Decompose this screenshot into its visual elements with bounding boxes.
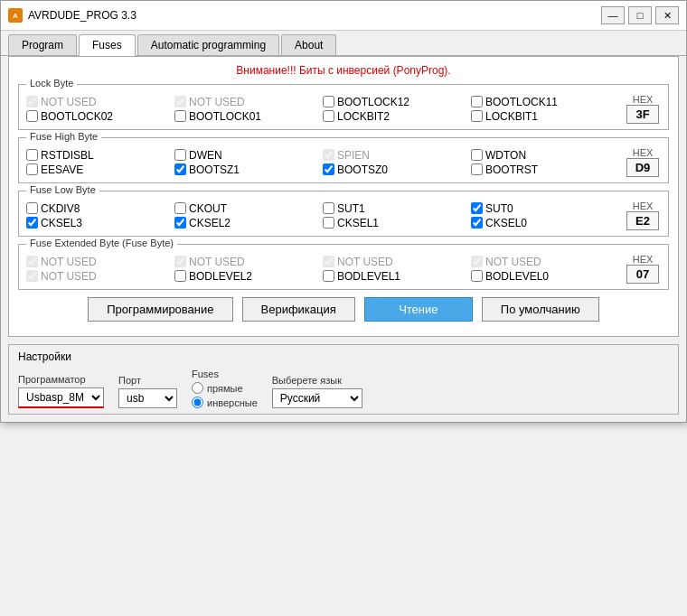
fuse-ext-hex: HEX 07: [625, 254, 661, 284]
cb-bootlock02[interactable]: BOOTLOCK02: [26, 110, 171, 123]
default-button[interactable]: По умолчанию: [482, 297, 599, 322]
fuse-high-hex-value: D9: [626, 158, 659, 177]
port-select[interactable]: usbCOM1COM2COM3: [118, 388, 177, 408]
cb-sut0[interactable]: SUT0: [471, 202, 616, 215]
programmer-group: Программатор Usbasp_8MUsbaspUSBtinyISP: [18, 374, 104, 408]
programmer-label: Программатор: [18, 374, 104, 385]
window-title: AVRDUDE_PROG 3.3: [28, 9, 601, 22]
cb-lockbit1[interactable]: LOCKBIT1: [471, 110, 616, 123]
cb-ext-notused1[interactable]: NOT USED: [26, 256, 171, 268]
port-label: Порт: [118, 375, 177, 386]
cb-bootrst[interactable]: BOOTRST: [471, 163, 616, 176]
tab-fuses[interactable]: Fuses: [79, 34, 136, 56]
warning-text: Внимание!!! Биты с инверсией (PonyProg).: [18, 64, 669, 77]
fuses-direct-label: прямые: [207, 383, 243, 394]
window-controls: — □ ✕: [601, 6, 679, 24]
tab-auto[interactable]: Automatic programming: [137, 34, 279, 55]
fuse-low-inner: CKDIV8 CKOUT SUT1 SUT0 CKSEL3 CKSEL2 CKS…: [26, 201, 661, 230]
cb-bodlevel0[interactable]: BODLEVEL0: [471, 270, 616, 283]
fuse-low-byte-group: Fuse Low Byte CKDIV8 CKOUT SUT1 SUT0 CKS…: [18, 191, 669, 237]
fuse-high-inner: RSTDISBL DWEN SPIEN WDTON EESAVE BOOTSZ1…: [26, 147, 661, 177]
fuses-label: Fuses: [192, 369, 258, 379]
language-label: Выберете язык: [272, 375, 362, 386]
cb-dwen[interactable]: DWEN: [174, 149, 319, 162]
cb-wdton[interactable]: WDTON: [471, 149, 616, 162]
title-bar: A AVRDUDE_PROG 3.3 — □ ✕: [1, 1, 686, 31]
cb-bodlevel2[interactable]: BODLEVEL2: [174, 270, 319, 283]
program-button[interactable]: Программирование: [88, 297, 232, 322]
cb-bootsz1[interactable]: BOOTSZ1: [174, 163, 319, 176]
settings-title: Настройки: [18, 350, 669, 363]
fuse-high-byte-group: Fuse High Byte RSTDISBL DWEN SPIEN WDTON…: [18, 137, 669, 183]
tab-program[interactable]: Program: [8, 34, 77, 55]
cb-notused1[interactable]: NOT USED: [26, 96, 171, 108]
main-window: A AVRDUDE_PROG 3.3 — □ ✕ Program Fuses A…: [0, 0, 687, 423]
language-group: Выберете язык РусскийEnglish: [272, 375, 362, 408]
programmer-select[interactable]: Usbasp_8MUsbaspUSBtinyISP: [18, 387, 104, 408]
fuse-extended-byte-group: Fuse Extended Byte (Fuse Byte) NOT USED …: [18, 244, 669, 290]
close-button[interactable]: ✕: [655, 6, 679, 24]
cb-ckout[interactable]: CKOUT: [174, 202, 319, 215]
fuse-low-hex: HEX E2: [625, 201, 661, 230]
settings-section: Настройки Программатор Usbasp_8MUsbaspUS…: [8, 344, 679, 415]
cb-cksel2[interactable]: CKSEL2: [174, 217, 319, 229]
cb-cksel3[interactable]: CKSEL3: [26, 217, 171, 229]
tab-about[interactable]: About: [281, 34, 336, 55]
cb-bootlock01[interactable]: BOOTLOCK01: [174, 110, 319, 123]
cb-bodlevel1[interactable]: BODLEVEL1: [323, 270, 467, 283]
lock-byte-title: Lock Byte: [26, 78, 77, 89]
cb-ext-notused5[interactable]: NOT USED: [26, 270, 171, 283]
tab-content: Внимание!!! Биты с инверсией (PonyProg).…: [8, 56, 679, 337]
cb-bootlock11[interactable]: BOOTLOCK11: [471, 96, 616, 108]
svg-text:A: A: [13, 12, 18, 20]
fuse-high-title: Fuse High Byte: [26, 131, 101, 142]
cb-notused2[interactable]: NOT USED: [174, 96, 319, 108]
lock-byte-checkboxes: NOT USED NOT USED BOOTLOCK12 BOOTLOCK11 …: [26, 96, 616, 123]
fuse-low-checkboxes: CKDIV8 CKOUT SUT1 SUT0 CKSEL3 CKSEL2 CKS…: [26, 202, 616, 229]
maximize-button[interactable]: □: [628, 6, 652, 24]
fuse-low-hex-value: E2: [626, 211, 659, 230]
cb-lockbit2[interactable]: LOCKBIT2: [323, 110, 467, 123]
cb-cksel1[interactable]: CKSEL1: [323, 217, 467, 229]
cb-cksel0[interactable]: CKSEL0: [471, 217, 616, 229]
read-button[interactable]: Чтение: [364, 297, 473, 322]
lock-byte-inner: NOT USED NOT USED BOOTLOCK12 BOOTLOCK11 …: [26, 94, 661, 124]
cb-ckdiv8[interactable]: CKDIV8: [26, 202, 171, 215]
cb-ext-notused4[interactable]: NOT USED: [471, 256, 616, 268]
app-icon: A: [8, 8, 23, 23]
language-select[interactable]: РусскийEnglish: [272, 388, 362, 408]
lock-byte-hex-value: 3F: [626, 105, 659, 124]
fuses-radio-group: Fuses прямые инверсные: [192, 369, 258, 408]
lock-byte-group: Lock Byte NOT USED NOT USED BOOTLOCK12 B…: [18, 84, 669, 130]
fuses-radios: прямые инверсные: [192, 382, 258, 408]
lock-byte-hex: HEX 3F: [625, 94, 661, 124]
settings-inner: Программатор Usbasp_8MUsbaspUSBtinyISP П…: [18, 369, 669, 408]
verify-button[interactable]: Верификация: [242, 297, 355, 322]
fuse-low-title: Fuse Low Byte: [26, 184, 99, 195]
fuse-high-checkboxes: RSTDISBL DWEN SPIEN WDTON EESAVE BOOTSZ1…: [26, 149, 616, 176]
cb-bootsz0[interactable]: BOOTSZ0: [323, 163, 467, 176]
fuse-ext-hex-value: 07: [626, 265, 659, 284]
fuse-high-hex: HEX D9: [625, 147, 661, 177]
fuses-inverse-option[interactable]: инверсные: [192, 397, 258, 408]
fuse-ext-title: Fuse Extended Byte (Fuse Byte): [26, 238, 177, 248]
cb-sut1[interactable]: SUT1: [323, 202, 467, 215]
tab-bar: Program Fuses Automatic programming Abou…: [1, 31, 686, 56]
cb-bootlock12[interactable]: BOOTLOCK12: [323, 96, 467, 108]
action-buttons: Программирование Верификация Чтение По у…: [18, 297, 669, 322]
cb-rstdisbl[interactable]: RSTDISBL: [26, 149, 171, 162]
fuses-inverse-label: инверсные: [207, 397, 258, 408]
cb-eesave[interactable]: EESAVE: [26, 163, 171, 176]
port-group: Порт usbCOM1COM2COM3: [118, 375, 177, 408]
fuses-direct-option[interactable]: прямые: [192, 382, 258, 394]
cb-ext-notused2[interactable]: NOT USED: [174, 256, 319, 268]
fuse-ext-inner: NOT USED NOT USED NOT USED NOT USED NOT …: [26, 254, 661, 284]
cb-ext-notused3[interactable]: NOT USED: [323, 256, 467, 268]
minimize-button[interactable]: —: [601, 6, 625, 24]
fuse-ext-checkboxes: NOT USED NOT USED NOT USED NOT USED NOT …: [26, 256, 616, 283]
cb-spien[interactable]: SPIEN: [323, 149, 467, 162]
